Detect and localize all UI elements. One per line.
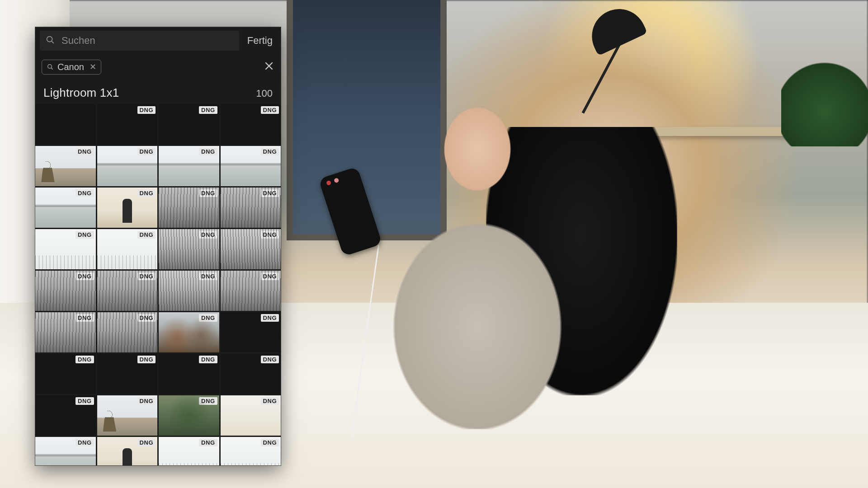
svg-line-1 bbox=[52, 41, 53, 43]
dng-badge: DNG bbox=[75, 439, 94, 446]
dng-badge: DNG bbox=[75, 231, 94, 239]
photo-thumbnail[interactable]: DNG bbox=[221, 229, 281, 269]
dng-badge: DNG bbox=[137, 356, 156, 363]
filter-chip-canon[interactable]: Canon ✕ bbox=[42, 60, 101, 75]
dng-badge: DNG bbox=[199, 314, 217, 322]
dng-badge: DNG bbox=[199, 439, 217, 446]
album-title: Lightroom 1x1 bbox=[43, 86, 119, 100]
dng-badge: DNG bbox=[261, 439, 279, 446]
photo-thumbnail[interactable]: DNG bbox=[35, 146, 96, 186]
search-icon bbox=[45, 35, 55, 47]
dng-badge: DNG bbox=[137, 397, 156, 405]
svg-line-3 bbox=[51, 68, 52, 69]
bg-plant bbox=[781, 59, 868, 146]
dng-badge: DNG bbox=[75, 148, 94, 155]
photo-thumbnail[interactable]: DNG bbox=[97, 188, 158, 228]
photo-thumbnail[interactable]: DNG bbox=[35, 437, 96, 465]
photo-thumbnail[interactable]: DNG bbox=[35, 312, 96, 352]
dng-badge: DNG bbox=[261, 314, 279, 322]
search-field[interactable] bbox=[40, 31, 239, 51]
dng-badge: DNG bbox=[199, 272, 217, 280]
dng-badge: DNG bbox=[75, 356, 94, 363]
dng-badge: DNG bbox=[75, 314, 94, 322]
dng-badge: DNG bbox=[199, 148, 217, 155]
dng-badge: DNG bbox=[75, 189, 94, 197]
photo-thumbnail[interactable]: DNG bbox=[97, 271, 158, 311]
dng-badge: DNG bbox=[261, 189, 279, 197]
close-filters-button[interactable] bbox=[264, 61, 274, 73]
dng-badge: DNG bbox=[137, 439, 156, 446]
dng-badge: DNG bbox=[261, 397, 279, 405]
dng-badge: DNG bbox=[261, 231, 279, 239]
photo-thumbnail[interactable]: DNG bbox=[221, 437, 281, 465]
photo-thumbnail[interactable]: DNG bbox=[221, 104, 281, 145]
photo-thumbnail[interactable]: DNG bbox=[35, 271, 96, 311]
dng-badge: DNG bbox=[261, 272, 279, 280]
photo-thumbnail[interactable]: DNG bbox=[221, 354, 281, 394]
dng-badge: DNG bbox=[75, 272, 94, 280]
photo-thumbnail[interactable]: DNG bbox=[97, 229, 158, 269]
photo-thumbnail[interactable]: DNG bbox=[221, 146, 281, 186]
dng-badge: DNG bbox=[261, 356, 279, 363]
dng-badge: DNG bbox=[199, 397, 217, 405]
photo-thumbnail[interactable]: DNG bbox=[97, 104, 158, 145]
dng-badge: DNG bbox=[199, 356, 217, 363]
photo-thumbnail[interactable]: DNG bbox=[159, 104, 219, 145]
dng-badge: DNG bbox=[75, 397, 94, 405]
dng-badge: DNG bbox=[137, 231, 156, 239]
photo-thumbnail[interactable]: DNG bbox=[159, 395, 219, 436]
photo-thumbnail[interactable]: DNG bbox=[35, 354, 96, 394]
bg-person bbox=[330, 88, 625, 429]
photo-thumbnail[interactable]: DNG bbox=[35, 395, 96, 436]
dng-badge: DNG bbox=[137, 314, 156, 322]
dng-badge: DNG bbox=[137, 189, 156, 197]
dng-badge: DNG bbox=[261, 148, 279, 155]
photo-thumbnail[interactable]: DNG bbox=[97, 354, 158, 394]
photo-thumbnail[interactable]: DNG bbox=[159, 354, 219, 394]
lightroom-search-panel: Fertig Canon ✕ Lightroom 1x1 100 DNGDNGD… bbox=[35, 27, 281, 465]
photo-thumbnail[interactable]: DNG bbox=[35, 229, 96, 269]
dng-badge: DNG bbox=[137, 106, 156, 114]
photo-thumbnail[interactable]: DNG bbox=[221, 271, 281, 311]
dng-badge: DNG bbox=[199, 106, 217, 114]
photo-thumbnail[interactable]: DNG bbox=[221, 395, 281, 436]
filter-chip-label: Canon bbox=[57, 62, 84, 72]
photo-thumbnail[interactable]: DNG bbox=[159, 146, 219, 186]
photo-thumbnail[interactable]: DNG bbox=[221, 188, 281, 228]
dng-badge: DNG bbox=[137, 272, 156, 280]
dng-badge: DNG bbox=[261, 106, 279, 114]
photo-grid[interactable]: DNGDNGDNGDNGDNGDNGDNGDNGDNGDNGDNGDNGDNGD… bbox=[35, 104, 281, 465]
photo-thumbnail[interactable] bbox=[35, 104, 96, 145]
photo-thumbnail[interactable]: DNG bbox=[159, 188, 219, 228]
photo-thumbnail[interactable]: DNG bbox=[159, 229, 219, 269]
filter-row: Canon ✕ bbox=[35, 54, 281, 80]
album-header: Lightroom 1x1 100 bbox=[35, 80, 281, 104]
photo-thumbnail[interactable]: DNG bbox=[159, 271, 219, 311]
photo-thumbnail[interactable]: DNG bbox=[221, 312, 281, 352]
dng-badge: DNG bbox=[137, 148, 156, 155]
search-row: Fertig bbox=[35, 27, 281, 54]
remove-chip-icon[interactable]: ✕ bbox=[88, 62, 96, 72]
dng-badge: DNG bbox=[199, 231, 217, 239]
photo-thumbnail[interactable]: DNG bbox=[159, 312, 219, 352]
dng-badge: DNG bbox=[199, 189, 217, 197]
photo-thumbnail[interactable]: DNG bbox=[97, 146, 158, 186]
done-button[interactable]: Fertig bbox=[244, 35, 276, 47]
photo-thumbnail[interactable]: DNG bbox=[159, 437, 219, 465]
photo-thumbnail[interactable]: DNG bbox=[97, 395, 158, 436]
photo-thumbnail[interactable]: DNG bbox=[35, 188, 96, 228]
photo-thumbnail[interactable]: DNG bbox=[97, 437, 158, 465]
photo-thumbnail[interactable]: DNG bbox=[97, 312, 158, 352]
search-input[interactable] bbox=[61, 34, 234, 47]
album-count: 100 bbox=[256, 88, 273, 99]
